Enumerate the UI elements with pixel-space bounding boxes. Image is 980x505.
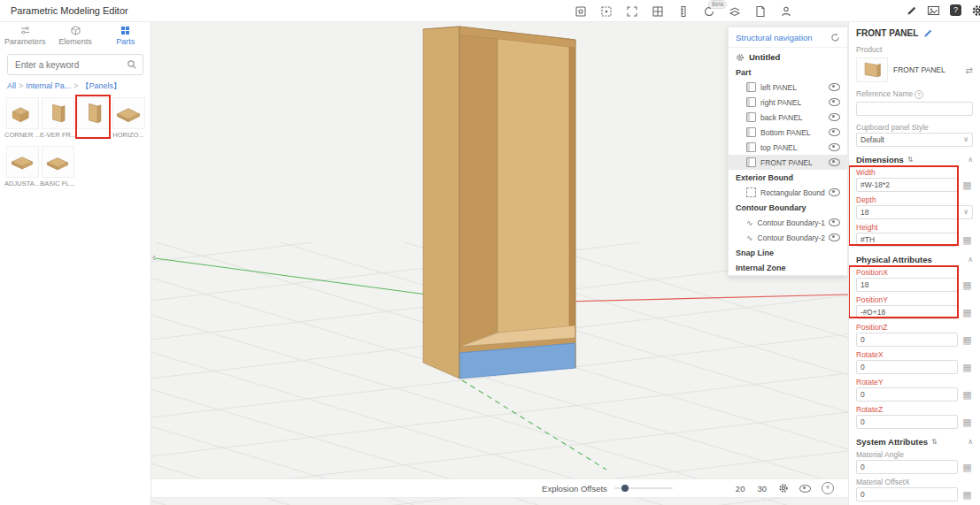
tree-item-rectangular-bound[interactable]: Rectangular Bound bbox=[729, 185, 847, 200]
tree-root-row[interactable]: Untitled bbox=[729, 48, 847, 65]
collapse-caret-icon[interactable]: ∧ bbox=[968, 256, 973, 264]
visibility-eye-icon[interactable] bbox=[829, 128, 840, 136]
style-select-value[interactable] bbox=[856, 133, 973, 147]
slider-handle[interactable] bbox=[621, 485, 629, 492]
rotate-z-input[interactable] bbox=[856, 415, 958, 429]
depth-select-value[interactable] bbox=[856, 205, 973, 219]
formula-icon[interactable]: ▦ bbox=[961, 462, 973, 473]
rotate-y-input[interactable] bbox=[856, 387, 958, 402]
visibility-eye-icon[interactable] bbox=[829, 83, 840, 91]
history-icon[interactable]: Beta bbox=[702, 4, 715, 18]
visibility-eye-icon[interactable] bbox=[829, 158, 840, 166]
collapse-caret-icon[interactable]: ∧ bbox=[968, 156, 973, 164]
formula-icon[interactable]: ▦ bbox=[961, 362, 973, 373]
left-sidebar: Parameters Elements Parts All>Internal P… bbox=[0, 21, 151, 505]
part-item-e-ver[interactable]: E-VER FR... bbox=[40, 97, 75, 139]
collapse-caret-icon[interactable]: ∧ bbox=[968, 438, 973, 446]
tree-group-internal-zone[interactable]: Internal Zone bbox=[729, 260, 847, 275]
height-input[interactable] bbox=[856, 233, 958, 247]
viewport-settings-gear-icon[interactable] bbox=[778, 483, 789, 494]
tree-item-right-panel[interactable]: right PANEL bbox=[729, 95, 847, 110]
visibility-eye-icon[interactable] bbox=[829, 143, 840, 151]
section-icon[interactable] bbox=[728, 4, 741, 18]
help-icon[interactable]: ? bbox=[949, 4, 962, 17]
material-offset-x-input[interactable] bbox=[856, 487, 958, 501]
collapse-left-icon[interactable]: ‹ bbox=[152, 251, 156, 264]
info-icon[interactable]: ? bbox=[914, 90, 923, 99]
position-y-input[interactable] bbox=[856, 305, 958, 319]
part-item-corner[interactable]: CORNER ... bbox=[4, 97, 40, 139]
settings-gear-icon[interactable] bbox=[971, 4, 980, 17]
breadcrumb-link[interactable]: All bbox=[7, 81, 16, 90]
part-item-vertical-selected[interactable] bbox=[75, 97, 111, 139]
formula-icon[interactable]: ▦ bbox=[961, 334, 973, 346]
tab-parts[interactable]: Parts bbox=[100, 26, 150, 46]
tree-item-bottom-panel[interactable]: Bottom PANEL bbox=[729, 125, 847, 140]
edit-pencil-icon[interactable] bbox=[905, 4, 918, 17]
visibility-eye-icon[interactable] bbox=[829, 233, 840, 241]
visibility-eye-icon[interactable] bbox=[829, 188, 840, 196]
tab-elements[interactable]: Elements bbox=[50, 26, 101, 46]
tree-item-top-panel[interactable]: top PANEL bbox=[729, 140, 847, 155]
tree-group-snap-line[interactable]: Snap Line bbox=[729, 245, 847, 260]
product-thumbnail[interactable] bbox=[856, 57, 888, 82]
formula-icon[interactable]: ▦ bbox=[961, 489, 973, 501]
tree-item-front-panel-selected[interactable]: FRONT PANEL bbox=[729, 155, 847, 170]
measure-icon[interactable] bbox=[676, 4, 690, 18]
visibility-eye-icon[interactable] bbox=[829, 218, 840, 226]
tree-item-contour-boundary-1[interactable]: ∿Contour Boundary-1 bbox=[729, 215, 847, 230]
tree-item-back-panel[interactable]: back PANEL bbox=[729, 110, 847, 125]
reference-name-input[interactable] bbox=[856, 102, 973, 116]
tree-group-part[interactable]: Part bbox=[729, 65, 847, 80]
formula-icon[interactable]: ▦ bbox=[961, 389, 973, 401]
sync-icon[interactable]: ⇅ bbox=[907, 156, 914, 164]
material-angle-input[interactable] bbox=[856, 460, 958, 474]
fit-view-icon[interactable] bbox=[625, 4, 638, 18]
field-rotate-x: RotateX ▦ bbox=[856, 350, 973, 374]
part-item-adjustable[interactable]: ADJUSTA... bbox=[4, 146, 40, 187]
rotate-x-input[interactable] bbox=[856, 360, 958, 374]
field-height: Height ▦ bbox=[856, 223, 973, 247]
width-input[interactable] bbox=[856, 178, 958, 192]
visibility-eye-icon[interactable] bbox=[799, 485, 811, 493]
replace-product-icon[interactable]: ⇄ bbox=[966, 65, 973, 75]
sync-icon[interactable]: ⇅ bbox=[931, 438, 938, 446]
refresh-icon[interactable] bbox=[830, 33, 840, 42]
tree-item-left-panel[interactable]: left PANEL bbox=[729, 80, 847, 95]
axis-y-negative-dashed bbox=[462, 380, 606, 470]
tree-item-contour-boundary-2[interactable]: ∿Contour Boundary-2 bbox=[729, 230, 847, 245]
tree-group-exterior-bound[interactable]: Exterior Bound bbox=[729, 170, 847, 185]
visibility-eye-icon[interactable] bbox=[829, 113, 840, 121]
add-circle-icon[interactable]: + bbox=[822, 482, 834, 494]
offset-value-30[interactable]: 30 bbox=[757, 484, 767, 494]
position-x-input[interactable] bbox=[856, 278, 958, 292]
field-width: Width ▦ bbox=[856, 168, 973, 192]
breadcrumb-link[interactable]: 【Panels】 bbox=[81, 81, 122, 90]
formula-icon[interactable]: ▦ bbox=[961, 180, 973, 191]
model-settings-icon[interactable] bbox=[574, 4, 587, 18]
user-icon[interactable] bbox=[779, 4, 792, 18]
snapshot-icon[interactable] bbox=[599, 4, 613, 18]
screenshot-icon[interactable] bbox=[927, 4, 940, 17]
offset-value-20[interactable]: 20 bbox=[736, 484, 745, 494]
formula-icon[interactable]: ▦ bbox=[961, 234, 973, 246]
tree-group-contour-boundary[interactable]: Contour Boundary bbox=[729, 200, 847, 215]
part-item-horizontal[interactable]: HORIZO... bbox=[111, 97, 146, 139]
position-z-input[interactable] bbox=[856, 333, 958, 347]
breadcrumb-link[interactable]: Internal Pa... bbox=[26, 81, 71, 90]
part-label: E-VER FR... bbox=[40, 131, 75, 139]
depth-select[interactable]: ∨ bbox=[856, 205, 973, 219]
search-input[interactable] bbox=[8, 55, 143, 74]
visibility-eye-icon[interactable] bbox=[829, 98, 840, 106]
part-item-basic[interactable]: BASIC FL... bbox=[40, 146, 75, 187]
search-icon[interactable] bbox=[127, 59, 137, 70]
formula-icon[interactable]: ▦ bbox=[961, 279, 973, 291]
formula-icon[interactable]: ▦ bbox=[961, 417, 973, 428]
tab-parameters[interactable]: Parameters bbox=[0, 26, 50, 46]
edit-pencil-icon[interactable] bbox=[923, 28, 933, 38]
layout-grid-icon[interactable] bbox=[651, 4, 664, 18]
document-icon[interactable] bbox=[753, 4, 767, 18]
formula-icon[interactable]: ▦ bbox=[961, 307, 973, 318]
explosion-offset-slider[interactable] bbox=[614, 487, 673, 489]
cupboard-style-select[interactable]: ∨ bbox=[856, 133, 973, 147]
